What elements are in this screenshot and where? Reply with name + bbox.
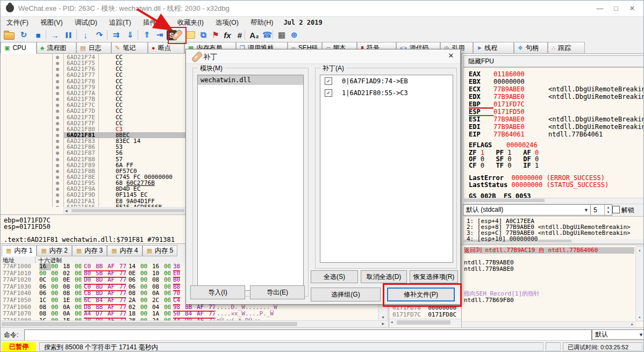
menu-item[interactable]: 视图(V) bbox=[34, 17, 69, 28]
flags-row[interactable]: CF 0 TF 0 IF 1 bbox=[469, 162, 550, 169]
menu-item[interactable]: 调试(D) bbox=[69, 17, 103, 28]
notify-icon[interactable]: ☎ bbox=[261, 29, 273, 41]
breakpoint-dot-icon[interactable] bbox=[56, 206, 59, 207]
dump-row[interactable]: 77AF107008000A00A4D7AF7718001A005084AF77… bbox=[1, 311, 378, 318]
breakpoint-dot-icon[interactable] bbox=[56, 98, 59, 101]
command-profile-select[interactable]: 默认 ▼ bbox=[592, 329, 644, 340]
register-row-edx[interactable]: EDX77B9ABE0<ntdll.DbgUiRemoteBreakin> bbox=[469, 94, 644, 100]
module-list-item[interactable]: wechatwin.dll bbox=[198, 75, 303, 85]
stack-info-panel[interactable]: ▴ ▾ ▸ 返回到 ntdll.77B9AC19 自 ntdll.77B6406… bbox=[462, 245, 644, 328]
globe-icon[interactable]: ⊕ bbox=[288, 29, 300, 41]
close-button[interactable]: ✕ bbox=[624, 1, 640, 17]
stack-info-line[interactable]: 返回到 ntdll.77B9AC19 自 ntdll.77B64060 bbox=[464, 247, 634, 254]
breakpoint-dot-icon[interactable] bbox=[56, 86, 59, 89]
breakpoint-dot-icon[interactable] bbox=[56, 193, 59, 197]
breakpoint-dot-icon[interactable] bbox=[56, 56, 59, 59]
step-into-icon[interactable]: ↓ bbox=[80, 29, 91, 41]
select-all-button[interactable]: 全选(S) bbox=[311, 270, 358, 283]
stack-info-line[interactable]: ntdll.77B9ABE0 bbox=[464, 266, 634, 272]
patch-list-item[interactable]: ✓1|6AD21F80:55->C3 bbox=[320, 87, 453, 99]
unlock-checkbox[interactable] bbox=[612, 206, 620, 213]
run-icon[interactable]: → bbox=[49, 29, 61, 41]
scroll-right-icon[interactable]: ▸ bbox=[382, 321, 384, 326]
maximize-button[interactable]: □ bbox=[608, 1, 624, 17]
breakpoint-dot-icon[interactable] bbox=[56, 188, 59, 191]
scroll-thumb[interactable] bbox=[71, 209, 184, 212]
minimize-button[interactable]: — bbox=[592, 1, 608, 17]
dialog-title-bar[interactable]: 补丁 ✕ bbox=[186, 49, 460, 64]
breakpoint-dot-icon[interactable] bbox=[56, 74, 59, 77]
pause-icon[interactable]: ▌▌ bbox=[63, 29, 75, 41]
register-row-ebp[interactable]: EBP0171FD7C bbox=[469, 101, 543, 109]
stack-row[interactable]: 0171FD78 00000000 bbox=[392, 304, 456, 311]
hash-icon[interactable]: # bbox=[234, 29, 246, 41]
register-row-ebx[interactable]: EBX00000000 bbox=[469, 78, 543, 85]
register-row-esi[interactable]: ESI77B9ABE0<ntdll.DbgUiRemoteBreakin> bbox=[469, 116, 644, 123]
breakpoint-dot-icon[interactable] bbox=[56, 200, 59, 203]
stepper-arrows-icon[interactable]: ▲▼ bbox=[604, 205, 612, 215]
breakpoint-dot-icon[interactable] bbox=[56, 176, 59, 179]
tab-流程图[interactable]: ♣流程图 bbox=[37, 42, 76, 54]
eflags-row[interactable]: EFLAGS00000246 bbox=[469, 142, 538, 148]
tab-断点[interactable]: ●断点 bbox=[148, 42, 184, 54]
dump-tab-3[interactable]: ▦内存 3 bbox=[72, 245, 107, 256]
deselect-all-button[interactable]: 取消全选(D) bbox=[361, 270, 407, 283]
register-row-ecx[interactable]: ECX77B9ABE0<ntdll.DbgUiRemoteBreakin> bbox=[469, 86, 644, 92]
argument-row[interactable]: 4: [esp+10] 00000000 bbox=[467, 236, 538, 242]
register-row-esp[interactable]: ESP0171FD50 bbox=[469, 109, 543, 116]
hide-fpu-button[interactable]: 隐藏FPU bbox=[463, 55, 644, 67]
breakpoint-dot-icon[interactable] bbox=[56, 104, 59, 107]
breakpoint-dot-icon[interactable] bbox=[56, 140, 59, 143]
stack-info-line[interactable]: ntdll.77B69F80 bbox=[464, 297, 634, 304]
arg-count-stepper[interactable]: 5 ▲▼ bbox=[590, 204, 612, 215]
patch-checkbox[interactable]: ✓ bbox=[325, 77, 332, 85]
stack-row[interactable]: 0171FD7C 0171FD8C bbox=[392, 311, 456, 318]
dump-tab-5[interactable]: ▦内存 5 bbox=[142, 245, 177, 256]
breakpoint-dot-icon[interactable] bbox=[56, 152, 59, 155]
breakpoint-dot-icon[interactable] bbox=[56, 92, 59, 95]
tab-cpu[interactable]: ▣CPU bbox=[1, 42, 37, 54]
patch-list-item[interactable]: ✓0|6A7F1AD9:74->EB bbox=[320, 75, 453, 87]
breakpoint-dot-icon[interactable] bbox=[56, 80, 59, 83]
stackinfo-vscrollbar[interactable]: ▴ ▾ bbox=[635, 246, 644, 321]
breakpoint-dot-icon[interactable] bbox=[56, 68, 59, 71]
trace-into-icon[interactable]: ⇓ bbox=[124, 29, 136, 41]
tab-日志[interactable]: ▤日志 bbox=[76, 42, 111, 54]
bookmarks-icon[interactable]: ⚑ bbox=[210, 29, 221, 41]
dump-tab-2[interactable]: ▦内存 2 bbox=[37, 245, 71, 256]
scroll-thumb[interactable] bbox=[464, 199, 545, 202]
register-row-eip[interactable]: EIP77B64061ntdll.77B64061 bbox=[469, 131, 603, 138]
execute-till-return-icon[interactable]: ⇑ bbox=[141, 29, 153, 41]
registers-hscrollbar[interactable] bbox=[463, 198, 644, 204]
scroll-down-icon[interactable]: ▾ bbox=[636, 314, 643, 321]
stack-hscrollbar[interactable]: ◂ bbox=[389, 319, 461, 326]
pick-groups-button[interactable]: 选择组(G) bbox=[311, 288, 381, 301]
calling-convention-select[interactable]: 默认 (stdcall) ▼ bbox=[463, 204, 591, 215]
laststatus-row[interactable]: LastStatus 00000000 (STATUS_SUCCESS) bbox=[469, 182, 609, 188]
patch-file-button[interactable]: 修补文件(P) bbox=[387, 288, 455, 301]
menu-item[interactable]: 帮助(H) bbox=[245, 17, 279, 28]
restart-icon[interactable]: ↻ bbox=[18, 29, 30, 41]
scroll-left-icon[interactable]: ◂ bbox=[390, 319, 393, 325]
menu-item[interactable]: 收藏夹(I) bbox=[171, 17, 210, 28]
breakpoint-dot-icon[interactable] bbox=[56, 170, 59, 173]
lasterror-row[interactable]: LastError 00000000 (ERROR_SUCCESS) bbox=[469, 175, 605, 181]
tab-句柄[interactable]: ❖句柄 bbox=[514, 42, 548, 54]
breakpoint-dot-icon[interactable] bbox=[56, 62, 59, 65]
registers-panel[interactable]: EAX01186000EBX00000000ECX77B9ABE0<ntdll.… bbox=[463, 67, 644, 198]
module-list[interactable]: wechatwin.dll bbox=[197, 75, 304, 291]
breakpoint-dot-icon[interactable] bbox=[56, 116, 59, 119]
patch-list[interactable]: ✓0|6A7F1AD9:74->EB✓1|6AD21F80:55->C3 bbox=[320, 75, 453, 263]
patch-icon[interactable] bbox=[171, 29, 183, 41]
tab-线程[interactable]: ➤线程 bbox=[473, 42, 514, 54]
run-to-user-code-icon[interactable]: ⇥ bbox=[154, 29, 166, 41]
breakpoint-dot-icon[interactable] bbox=[56, 128, 59, 131]
breakpoint-dot-icon[interactable] bbox=[56, 146, 59, 149]
labels-icon[interactable]: ⧉ bbox=[197, 29, 209, 41]
scroll-thumb[interactable] bbox=[397, 320, 450, 325]
function-icon[interactable]: fx bbox=[221, 29, 233, 41]
breakpoint-dot-icon[interactable] bbox=[56, 110, 59, 113]
scroll-up-icon[interactable]: ▴ bbox=[636, 247, 643, 254]
scroll-left-icon[interactable]: ◂ bbox=[65, 208, 68, 213]
dump-tab-1[interactable]: ▦内存 1 bbox=[2, 245, 37, 256]
